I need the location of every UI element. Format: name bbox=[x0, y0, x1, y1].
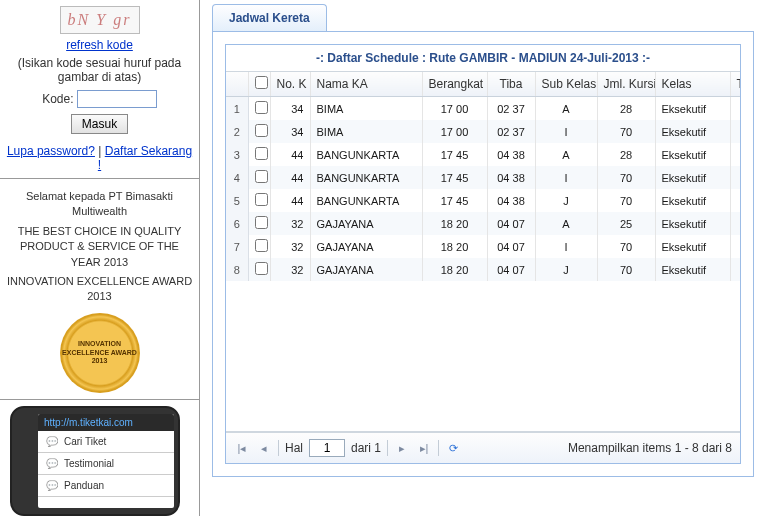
col-tiba[interactable]: Tiba bbox=[487, 72, 535, 97]
phone-mockup: http://m.tiketkai.com Cari TiketTestimon… bbox=[10, 406, 180, 516]
cell-nama-ka: GAJAYANA bbox=[310, 258, 422, 281]
cell-sub-kelas: J bbox=[535, 258, 597, 281]
cell-berangkat: 18 20 bbox=[422, 235, 487, 258]
register-link[interactable]: Daftar Sekarang ! bbox=[98, 144, 192, 172]
col-sub-kelas[interactable]: Sub Kelas bbox=[535, 72, 597, 97]
forgot-password-link[interactable]: Lupa password? bbox=[7, 144, 95, 158]
select-all-checkbox[interactable] bbox=[255, 76, 268, 89]
cell-berangkat: 17 00 bbox=[422, 97, 487, 121]
cell-sub-kelas: I bbox=[535, 235, 597, 258]
prev-page-icon[interactable]: ◂ bbox=[256, 440, 272, 456]
refresh-icon[interactable]: ⟳ bbox=[445, 440, 461, 456]
cell-jml-kursi: 70 bbox=[597, 166, 655, 189]
table-row[interactable]: 732GAJAYANA18 2004 07I70Eksekutif450000 bbox=[226, 235, 740, 258]
page-input[interactable] bbox=[309, 439, 345, 457]
row-checkbox[interactable] bbox=[255, 239, 268, 252]
cell-berangkat: 17 45 bbox=[422, 143, 487, 166]
table-row[interactable]: 134BIMA17 0002 37A28Eksekutif500000 bbox=[226, 97, 740, 121]
cell-no-ka: 32 bbox=[270, 212, 310, 235]
row-checkbox[interactable] bbox=[255, 216, 268, 229]
row-checkbox[interactable] bbox=[255, 170, 268, 183]
row-checkbox-cell[interactable] bbox=[248, 120, 270, 143]
row-number: 1 bbox=[226, 97, 248, 121]
col-tarif-dewasa[interactable]: Tarif Dewas... bbox=[730, 72, 740, 97]
row-checkbox[interactable] bbox=[255, 124, 268, 137]
row-checkbox-cell[interactable] bbox=[248, 212, 270, 235]
row-checkbox-cell[interactable] bbox=[248, 235, 270, 258]
table-row[interactable]: 444BANGUNKARTA17 4504 38I70Eksekutif3850… bbox=[226, 166, 740, 189]
table-row[interactable]: 344BANGUNKARTA17 4504 38A28Eksekutif4200… bbox=[226, 143, 740, 166]
cell-no-ka: 32 bbox=[270, 258, 310, 281]
row-checkbox-cell[interactable] bbox=[248, 97, 270, 121]
row-number: 6 bbox=[226, 212, 248, 235]
header-row: No. K Nama KA Berangkat Tiba Sub Kelas J… bbox=[226, 72, 740, 97]
cell-tarif-dewasa: 425000 bbox=[730, 258, 740, 281]
cell-nama-ka: BIMA bbox=[310, 120, 422, 143]
cell-jml-kursi: 70 bbox=[597, 235, 655, 258]
row-checkbox[interactable] bbox=[255, 147, 268, 160]
cell-tarif-dewasa: 385000 bbox=[730, 166, 740, 189]
cell-sub-kelas: A bbox=[535, 97, 597, 121]
award-line3: INNOVATION EXCELLENCE AWARD 2013 bbox=[6, 274, 193, 305]
cell-jml-kursi: 28 bbox=[597, 143, 655, 166]
refresh-captcha-link[interactable]: refresh kode bbox=[66, 38, 133, 52]
kode-input[interactable] bbox=[77, 90, 157, 108]
cell-tiba: 04 07 bbox=[487, 212, 535, 235]
cell-no-ka: 44 bbox=[270, 166, 310, 189]
col-nama-ka[interactable]: Nama KA bbox=[310, 72, 422, 97]
tab-jadwal-kereta[interactable]: Jadwal Kereta bbox=[212, 4, 327, 31]
row-checkbox[interactable] bbox=[255, 101, 268, 114]
cell-tiba: 04 38 bbox=[487, 166, 535, 189]
row-checkbox[interactable] bbox=[255, 193, 268, 206]
col-berangkat[interactable]: Berangkat bbox=[422, 72, 487, 97]
table-row[interactable]: 234BIMA17 0002 37I70Eksekutif450000 bbox=[226, 120, 740, 143]
login-section: bN Y gr refresh kode (Isikan kode sesuai… bbox=[0, 0, 199, 179]
last-page-icon[interactable]: ▸| bbox=[416, 440, 432, 456]
cell-tiba: 04 07 bbox=[487, 235, 535, 258]
row-checkbox[interactable] bbox=[255, 262, 268, 275]
cell-tiba: 04 07 bbox=[487, 258, 535, 281]
cell-berangkat: 18 20 bbox=[422, 258, 487, 281]
pager: |◂ ◂ Hal dari 1 ▸ ▸| ⟳ Menampilkan items… bbox=[226, 432, 740, 463]
cell-tarif-dewasa: 500000 bbox=[730, 212, 740, 235]
cell-nama-ka: BANGUNKARTA bbox=[310, 143, 422, 166]
cell-no-ka: 34 bbox=[270, 120, 310, 143]
col-select-all[interactable] bbox=[248, 72, 270, 97]
cell-kelas: Eksekutif bbox=[655, 166, 730, 189]
row-checkbox-cell[interactable] bbox=[248, 189, 270, 212]
cell-kelas: Eksekutif bbox=[655, 143, 730, 166]
award-line1: Selamat kepada PT Bimasakti Multiwealth bbox=[6, 189, 193, 220]
row-checkbox-cell[interactable] bbox=[248, 166, 270, 189]
pager-status: Menampilkan items 1 - 8 dari 8 bbox=[568, 441, 732, 455]
table-row[interactable]: 832GAJAYANA18 2004 07J70Eksekutif425000 bbox=[226, 258, 740, 281]
cell-berangkat: 17 45 bbox=[422, 166, 487, 189]
schedule-grid[interactable]: No. K Nama KA Berangkat Tiba Sub Kelas J… bbox=[226, 71, 740, 432]
col-no-ka[interactable]: No. K bbox=[270, 72, 310, 97]
hal-label: Hal bbox=[285, 441, 303, 455]
table-row[interactable]: 632GAJAYANA18 2004 07A25Eksekutif500000 bbox=[226, 212, 740, 235]
col-jml-kursi[interactable]: Jml. Kursi bbox=[597, 72, 655, 97]
cell-tarif-dewasa: 365000 bbox=[730, 189, 740, 212]
cell-nama-ka: GAJAYANA bbox=[310, 212, 422, 235]
table-row[interactable]: 544BANGUNKARTA17 4504 38J70Eksekutif3650… bbox=[226, 189, 740, 212]
phone-header: http://m.tiketkai.com bbox=[38, 414, 174, 431]
cell-kelas: Eksekutif bbox=[655, 212, 730, 235]
cell-nama-ka: GAJAYANA bbox=[310, 235, 422, 258]
next-page-icon[interactable]: ▸ bbox=[394, 440, 410, 456]
cell-berangkat: 17 45 bbox=[422, 189, 487, 212]
cell-nama-ka: BANGUNKARTA bbox=[310, 189, 422, 212]
first-page-icon[interactable]: |◂ bbox=[234, 440, 250, 456]
cell-no-ka: 44 bbox=[270, 189, 310, 212]
kode-label: Kode: bbox=[42, 92, 73, 106]
panel-title: -: Daftar Schedule : Rute GAMBIR - MADIU… bbox=[226, 45, 740, 71]
row-checkbox-cell[interactable] bbox=[248, 258, 270, 281]
row-number: 2 bbox=[226, 120, 248, 143]
masuk-button[interactable]: Masuk bbox=[71, 114, 128, 134]
cell-sub-kelas: A bbox=[535, 143, 597, 166]
cell-berangkat: 18 20 bbox=[422, 212, 487, 235]
row-number: 4 bbox=[226, 166, 248, 189]
row-checkbox-cell[interactable] bbox=[248, 143, 270, 166]
cell-jml-kursi: 70 bbox=[597, 120, 655, 143]
col-kelas[interactable]: Kelas bbox=[655, 72, 730, 97]
cell-tiba: 02 37 bbox=[487, 97, 535, 121]
